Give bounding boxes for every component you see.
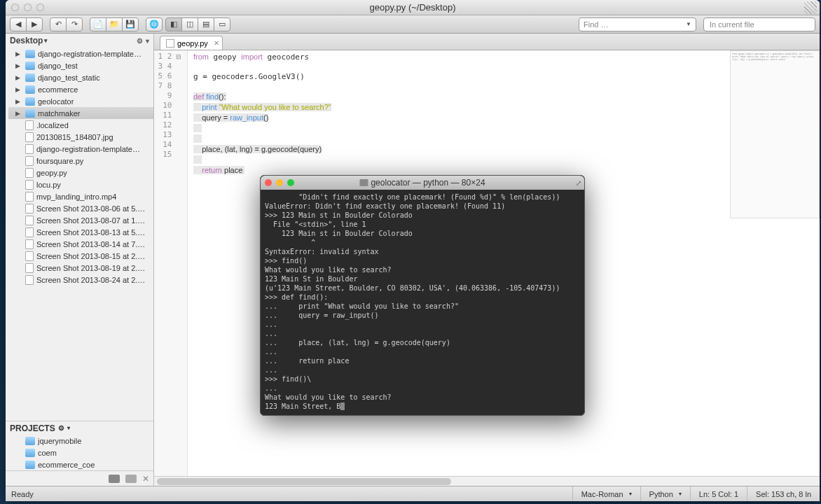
save-button[interactable]: 💾	[122, 18, 139, 31]
window-resize-grip-icon[interactable]	[804, 1, 817, 14]
tree-label: Screen Shot 2013-08-07 at 1.…	[36, 216, 145, 225]
horizontal-scrollbar[interactable]	[154, 476, 820, 486]
redo-button[interactable]: ↷	[66, 18, 83, 31]
file-icon	[25, 239, 34, 249]
terminal-expand-icon[interactable]: ⤢	[576, 179, 581, 187]
tree-file[interactable]: Screen Shot 2013-08-06 at 5.…	[8, 202, 153, 214]
layout-split-button[interactable]: ◫	[181, 18, 198, 31]
tree-label: django-registration-template…	[38, 50, 142, 58]
tree-file[interactable]: Screen Shot 2013-08-07 at 1.…	[8, 214, 153, 226]
folder-icon	[25, 74, 35, 82]
folder-icon	[25, 97, 35, 106]
terminal-title: geolocator — python — 80×24	[359, 178, 485, 188]
tree-folder[interactable]: ▶matchmaker	[8, 107, 153, 119]
layout-panel-button[interactable]: ▤	[198, 18, 214, 31]
tree-file[interactable]: mvp_landing_intro.mp4	[8, 190, 153, 202]
tree-file[interactable]: Screen Shot 2013-08-13 at 5.…	[8, 226, 153, 238]
tree-file[interactable]: Screen Shot 2013-08-15 at 2.…	[8, 250, 153, 262]
tab-close-icon[interactable]: ✕	[214, 39, 219, 47]
tree-folder[interactable]: ▶django_test_static	[8, 71, 153, 83]
project-label: ecommerce_coe	[38, 461, 95, 469]
tree-file[interactable]: foursquare.py	[8, 155, 153, 167]
layout-sidebar-button[interactable]: ◧	[165, 18, 182, 31]
file-icon	[25, 156, 34, 166]
tree-label: foursquare.py	[36, 157, 83, 165]
tree-folder[interactable]: ▶ecommerce	[8, 83, 153, 95]
gear-icon[interactable]: ⚙	[58, 424, 64, 432]
sidebar-header: Desktop ▾ ⚙ ▾	[6, 34, 153, 48]
tree-label: Screen Shot 2013-08-19 at 2.…	[36, 264, 145, 272]
chevron-down-icon[interactable]: ▾	[44, 37, 48, 44]
window-close-icon[interactable]	[11, 4, 19, 11]
folder-icon	[25, 461, 35, 469]
dropdown-icon[interactable]: ▾	[146, 37, 149, 45]
terminal-maximize-icon[interactable]	[287, 179, 294, 186]
book-icon[interactable]	[125, 475, 137, 483]
file-icon	[25, 168, 34, 178]
open-file-button[interactable]: 📁	[106, 18, 123, 31]
tree-file[interactable]: locu.py	[8, 178, 153, 190]
tabs: geopy.py ✕	[154, 34, 820, 50]
find-scope-select[interactable]: In current file	[703, 18, 815, 31]
project-item[interactable]: ecommerce_coe	[8, 458, 153, 470]
tree-file[interactable]: Screen Shot 2013-08-14 at 7.…	[8, 238, 153, 250]
new-file-button[interactable]: 📄	[90, 18, 106, 31]
tree-file[interactable]: geopy.py	[8, 167, 153, 178]
sidebar: Desktop ▾ ⚙ ▾ ▶django-registration-templ…	[6, 34, 154, 486]
find-input[interactable]: Find …	[579, 18, 696, 31]
undo-button[interactable]: ↶	[50, 18, 67, 31]
layout-full-button[interactable]: ▭	[214, 18, 230, 31]
project-label: coem	[38, 449, 57, 457]
file-icon	[25, 120, 34, 130]
browser-preview-button[interactable]: 🌐	[146, 18, 163, 31]
terminal-close-icon[interactable]	[265, 179, 272, 186]
gear-icon[interactable]: ⚙	[137, 37, 143, 45]
project-item[interactable]: jquerymobile	[8, 435, 153, 447]
find-scope-label: In current file	[710, 20, 754, 29]
file-icon	[25, 204, 34, 214]
file-icon	[25, 263, 34, 273]
scrollbar-thumb[interactable]	[157, 478, 451, 485]
tab-geopy[interactable]: geopy.py ✕	[160, 36, 223, 50]
terminal-titlebar[interactable]: geolocator — python — 80×24 ⤢	[261, 176, 584, 190]
folder-icon	[359, 179, 368, 186]
terminal-minimize-icon[interactable]	[276, 179, 283, 186]
language-select[interactable]: Python	[640, 486, 690, 501]
project-item[interactable]: coem	[8, 447, 153, 458]
tree-folder[interactable]: ▶django_test	[8, 59, 153, 71]
tree-label: mvp_landing_intro.mp4	[36, 192, 116, 201]
folder-icon	[25, 50, 35, 58]
tree-file[interactable]: django-registration-template…	[8, 143, 153, 155]
close-sidebar-icon[interactable]: ✕	[142, 474, 149, 484]
tree-file[interactable]: 20130815_184807.jpg	[8, 131, 153, 143]
gutter: 1 2 3 4 5 6 7 8 9 10 11 12 13 14 15 ⊟	[154, 50, 188, 476]
tree-file[interactable]: .localized	[8, 119, 153, 131]
sidebar-root-label: Desktop	[10, 36, 43, 46]
fold-gutter: ⊟	[176, 52, 187, 476]
tree-folder[interactable]: ▶django-registration-template…	[8, 48, 153, 59]
encoding-select[interactable]: Mac-Roman	[572, 486, 640, 501]
titlebar: geopy.py (~/Desktop)	[6, 0, 820, 15]
tree-label: django_test_static	[38, 74, 100, 82]
dropdown-icon[interactable]: ▾	[67, 425, 70, 431]
tree-label: Screen Shot 2013-08-15 at 2.…	[36, 252, 145, 260]
tree-file[interactable]: Screen Shot 2013-08-19 at 2.…	[8, 262, 153, 274]
file-icon	[25, 251, 34, 261]
folder-icon	[25, 449, 35, 457]
file-icon	[25, 227, 34, 237]
tree-folder[interactable]: ▶geolocator	[8, 95, 153, 107]
tree-label: ecommerce	[38, 85, 78, 94]
tree-label: .localized	[36, 121, 69, 130]
window-minimize-icon[interactable]	[24, 4, 32, 11]
forward-button[interactable]: ▶	[26, 18, 43, 31]
tree-label: locu.py	[36, 181, 61, 189]
folder-icon[interactable]	[109, 475, 120, 483]
file-icon	[25, 180, 34, 190]
tree-label: Screen Shot 2013-08-13 at 5.…	[36, 228, 145, 237]
tree-file[interactable]: Screen Shot 2013-08-24 at 2.…	[8, 274, 153, 286]
cursor-position: Ln: 5 Col: 1	[690, 486, 747, 501]
terminal-content[interactable]: "Didn't find exactly one placemark! (Fou…	[261, 190, 584, 414]
minimap[interactable]: from geopy import geocoders g = geocoder…	[730, 50, 820, 218]
window-maximize-icon[interactable]	[36, 4, 44, 11]
back-button[interactable]: ◀	[10, 18, 27, 31]
